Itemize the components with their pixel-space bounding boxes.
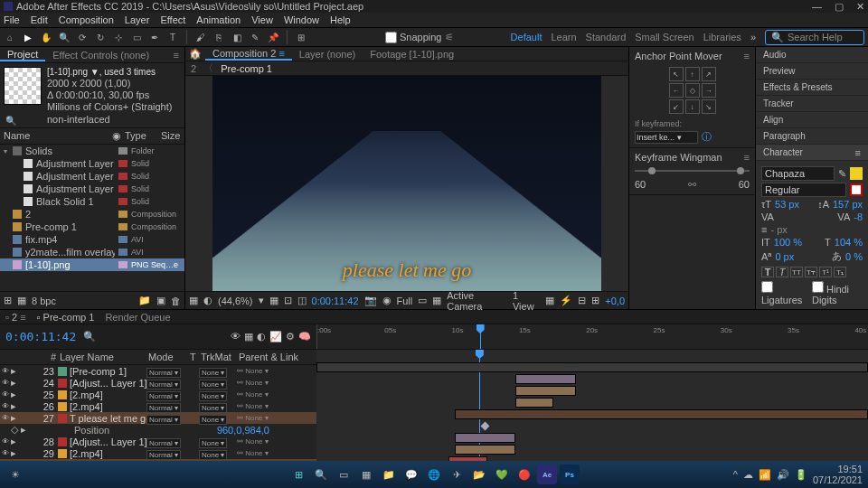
task-view-icon[interactable]: ▭: [334, 465, 354, 484]
faux-italic[interactable]: T: [776, 267, 788, 277]
snapping-checkbox[interactable]: [385, 32, 397, 43]
tl-search-icon[interactable]: 🔍: [83, 331, 96, 343]
ease-slider[interactable]: [635, 170, 750, 172]
roi-icon[interactable]: ▭: [418, 295, 427, 306]
anchor-grid[interactable]: ↖↑↗←◇→↙↓↘: [669, 67, 716, 114]
vscale[interactable]: 100 %: [774, 237, 802, 248]
font-size[interactable]: 53 px: [775, 199, 799, 210]
tab-layer[interactable]: Layer (none): [292, 49, 363, 60]
timeline-layer[interactable]: 👁 ▸23[Pre-comp 1]Normal ▾None ▾⚯ None ▾: [0, 365, 316, 377]
tab-footage[interactable]: Footage [1-10].png: [363, 49, 461, 60]
grid-icon[interactable]: ▦: [269, 295, 278, 306]
volume-icon[interactable]: 🔊: [777, 469, 789, 481]
timeline-layer[interactable]: 👁 ▸28[Adjust... Layer 1]Normal ▾None ▾⚯ …: [0, 436, 316, 447]
hand-tool[interactable]: ✋: [40, 31, 52, 43]
tracking[interactable]: -8: [854, 211, 863, 222]
menu-animation[interactable]: Animation: [196, 14, 241, 25]
local-axis-icon[interactable]: ⊞: [295, 31, 307, 43]
exposure[interactable]: +0,0: [605, 296, 625, 306]
snapping-options-icon[interactable]: ⚟: [445, 32, 454, 43]
workspace-default[interactable]: Default: [511, 32, 542, 42]
transparency-icon[interactable]: ▦: [432, 295, 441, 306]
clock-time[interactable]: 19:51: [813, 464, 863, 474]
keyframe-mode-dropdown[interactable]: Insert ke... ▾: [635, 131, 698, 144]
brush-tool[interactable]: 🖌: [194, 31, 207, 43]
graph-editor-icon[interactable]: 📈: [269, 331, 282, 343]
clone-tool[interactable]: ⎘: [212, 31, 225, 43]
superscript[interactable]: T¹: [819, 267, 832, 277]
home-icon[interactable]: ⌂: [4, 31, 16, 43]
eyedropper-icon[interactable]: ✎: [838, 168, 846, 180]
workspace-standard[interactable]: Standard: [586, 32, 627, 42]
project-item[interactable]: fix.mp4AVI: [0, 233, 184, 246]
mask-icon[interactable]: ◫: [297, 295, 307, 306]
menu-window[interactable]: Window: [284, 14, 319, 25]
menu-composition[interactable]: Composition: [59, 14, 114, 25]
panel-audio[interactable]: Audio: [756, 47, 868, 63]
view-layout[interactable]: 1 View: [513, 290, 540, 312]
menu-layer[interactable]: Layer: [125, 14, 150, 25]
minimize-button[interactable]: —: [812, 1, 822, 13]
explorer-icon[interactable]: 📁: [379, 465, 399, 484]
panel-align[interactable]: Align: [756, 112, 868, 128]
panel-paragraph[interactable]: Paragraph: [756, 128, 868, 145]
search-icon[interactable]: 🔍: [311, 465, 331, 484]
rotate-tool[interactable]: ↻: [94, 31, 107, 43]
timeline-layer[interactable]: 👁 ▸24[Adjust... Layer 1]Normal ▾None ▾⚯ …: [0, 377, 316, 389]
menu-file[interactable]: File: [4, 14, 20, 25]
edge-icon[interactable]: 🌐: [424, 465, 444, 484]
current-time[interactable]: 0:00:11:42: [312, 296, 359, 306]
comp-flowchart-icon[interactable]: ⊞: [591, 295, 599, 306]
breadcrumb-current[interactable]: Pre-comp 1: [221, 63, 272, 74]
timecode[interactable]: 0:00:11:42: [5, 330, 76, 343]
info-icon[interactable]: ⓘ: [702, 130, 712, 144]
alpha-icon[interactable]: ◐: [203, 295, 212, 306]
3d-view-dropdown[interactable]: Active Camera: [447, 290, 507, 312]
eraser-tool[interactable]: ◧: [231, 31, 243, 43]
project-item[interactable]: ▾SolidsFolder: [0, 145, 184, 157]
widgets-icon[interactable]: ▦: [356, 465, 376, 484]
tl-tab-render[interactable]: Render Queue: [105, 312, 170, 323]
project-item[interactable]: 2Composition: [0, 208, 184, 221]
maximize-button[interactable]: ▢: [835, 1, 844, 13]
folder-icon[interactable]: 📂: [469, 465, 489, 484]
layer-property[interactable]: ◇ ▸Position960,0,984,0: [0, 424, 316, 436]
menu-effect[interactable]: Effect: [160, 14, 185, 25]
puppet-tool[interactable]: 📌: [267, 31, 279, 43]
panel-menu-icon[interactable]: ≡: [744, 152, 750, 163]
chevron-up-icon[interactable]: ^: [733, 469, 738, 480]
brain-icon[interactable]: 🧠: [298, 331, 311, 343]
baseline[interactable]: 0 px: [775, 251, 794, 262]
project-item[interactable]: Adjustment Layer 3Solid: [0, 183, 184, 195]
telegram-icon[interactable]: ✈: [447, 465, 467, 484]
channel-icon[interactable]: ◉: [382, 295, 392, 306]
composition-viewer[interactable]: please let me go: [185, 76, 628, 291]
chrome-icon[interactable]: 🔴: [514, 465, 534, 484]
start-button[interactable]: ⊞: [288, 465, 308, 484]
roto-tool[interactable]: ✎: [249, 31, 261, 43]
wifi-icon[interactable]: 📶: [759, 469, 771, 481]
search-help-input[interactable]: 🔍 Search Help: [765, 30, 864, 45]
snapshot-icon[interactable]: 📷: [364, 295, 377, 306]
resolution-icon[interactable]: ▾: [259, 295, 264, 306]
tab-project[interactable]: Project: [0, 49, 45, 61]
tl-tab-precomp[interactable]: ▫ Pre-comp 1: [37, 312, 95, 323]
hscale[interactable]: 104 %: [835, 237, 863, 248]
tsume[interactable]: 0 %: [845, 251, 863, 262]
font-family-dropdown[interactable]: Chapaza: [761, 166, 835, 181]
guides-icon[interactable]: ⊡: [284, 295, 292, 306]
workspace-libraries[interactable]: Libraries: [703, 32, 741, 42]
timeline-layer[interactable]: 👁 ▸26[2.mp4]Normal ▾None ▾⚯ None ▾: [0, 400, 316, 412]
all-caps[interactable]: TT: [790, 267, 803, 277]
subscript[interactable]: T₁: [834, 267, 846, 277]
resolution-dropdown[interactable]: Full: [397, 296, 413, 306]
project-item[interactable]: Adjustment Layer 2Solid: [0, 170, 184, 183]
playhead[interactable]: [480, 324, 481, 349]
project-search[interactable]: 🔍: [0, 114, 184, 128]
timeline-layer[interactable]: 👁 ▸29[2.mp4]Normal ▾None ▾⚯ None ▾: [0, 447, 316, 459]
close-button[interactable]: ✕: [856, 1, 864, 13]
panel-effects-&-presets[interactable]: Effects & Presets: [756, 80, 868, 96]
teams-icon[interactable]: 💬: [401, 465, 421, 484]
panel-character[interactable]: Character≡: [756, 145, 868, 161]
workspace-overflow-icon[interactable]: »: [750, 32, 756, 42]
